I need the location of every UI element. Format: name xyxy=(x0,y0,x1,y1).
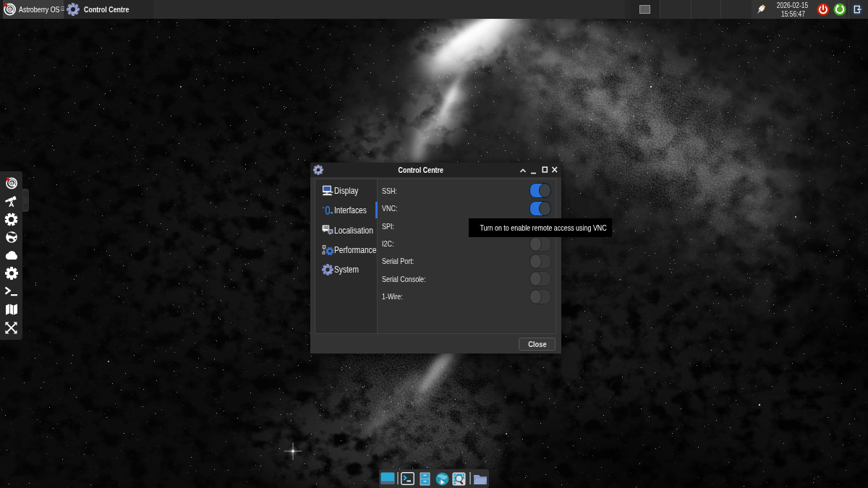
svg-text:A: A xyxy=(329,229,333,234)
